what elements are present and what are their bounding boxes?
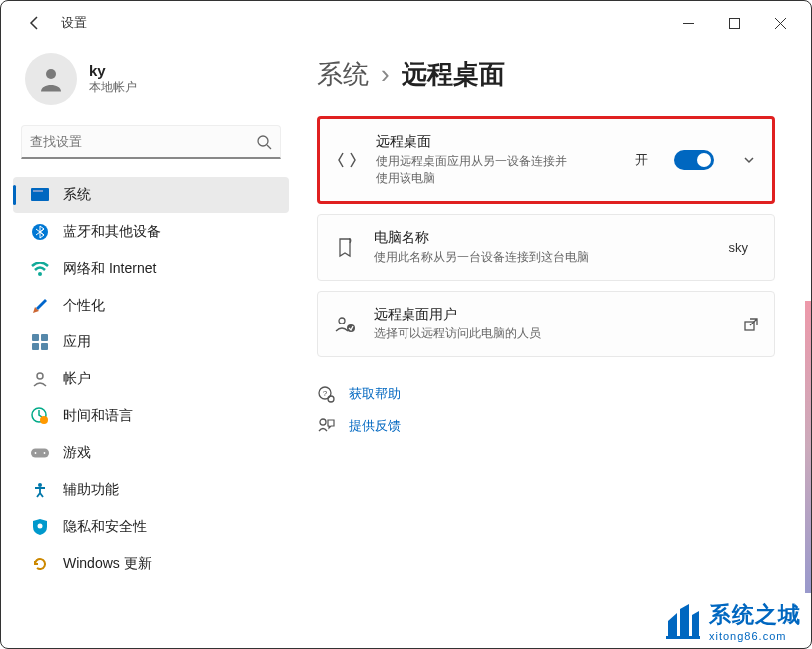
svg-point-6 <box>38 272 42 276</box>
close-button[interactable] <box>757 7 803 39</box>
feedback-link-label: 提供反馈 <box>349 417 401 435</box>
breadcrumb-separator: › <box>381 59 390 90</box>
help-icon: ? <box>317 385 335 403</box>
update-icon <box>31 555 49 573</box>
nav-time-language[interactable]: 时间和语言 <box>13 398 289 434</box>
expand-chevron-icon[interactable] <box>742 153 756 167</box>
maximize-button[interactable] <box>711 7 757 39</box>
svg-point-17 <box>38 483 42 487</box>
remote-desktop-toggle[interactable] <box>674 150 714 170</box>
app-title: 设置 <box>61 14 87 32</box>
users-icon <box>334 316 356 333</box>
svg-rect-0 <box>729 18 739 28</box>
page-title: 远程桌面 <box>402 57 505 92</box>
watermark-title: 系统之城 <box>709 600 801 630</box>
nav-privacy[interactable]: 隐私和安全性 <box>13 509 289 545</box>
nav-label: 系统 <box>63 186 91 204</box>
remote-desktop-icon <box>336 150 358 170</box>
svg-rect-14 <box>31 449 49 458</box>
svg-point-11 <box>37 373 43 379</box>
svg-point-18 <box>38 524 43 529</box>
search-input[interactable] <box>30 134 256 149</box>
nav-label: 个性化 <box>63 297 105 315</box>
apps-icon <box>31 333 49 351</box>
nav-label: 应用 <box>63 333 91 351</box>
search-box[interactable] <box>21 125 281 159</box>
remote-desktop-card[interactable]: 远程桌面 使用远程桌面应用从另一设备连接并使用该电脑 开 <box>317 116 775 204</box>
globe-time-icon <box>31 407 49 425</box>
user-name: ky <box>89 62 137 79</box>
svg-point-13 <box>40 416 48 424</box>
nav-system[interactable]: 系统 <box>13 177 289 213</box>
shield-icon <box>31 518 49 536</box>
svg-point-19 <box>339 318 345 324</box>
svg-rect-9 <box>32 343 39 350</box>
breadcrumb-root[interactable]: 系统 <box>317 57 369 92</box>
svg-rect-10 <box>41 343 48 350</box>
nav-accessibility[interactable]: 辅助功能 <box>13 472 289 508</box>
user-block[interactable]: ky 本地帐户 <box>9 45 293 125</box>
watermark: 系统之城 xitong86.com <box>663 600 801 642</box>
svg-rect-3 <box>31 188 49 201</box>
nav-label: 游戏 <box>63 444 91 462</box>
svg-point-16 <box>44 452 46 454</box>
system-icon <box>31 186 49 204</box>
person-icon <box>31 370 49 388</box>
card-title: 电脑名称 <box>374 229 711 247</box>
help-link-label: 获取帮助 <box>349 385 401 403</box>
nav-label: 时间和语言 <box>63 407 133 425</box>
gamepad-icon <box>31 444 49 462</box>
toggle-state-label: 开 <box>635 151 648 169</box>
content-area: 系统 › 远程桌面 远程桌面 使用远程桌面应用从另一设备连接并使用该电脑 开 电… <box>301 45 811 648</box>
card-desc: 使用远程桌面应用从另一设备连接并使用该电脑 <box>376 153 575 187</box>
wifi-icon <box>31 260 49 278</box>
nav-label: 隐私和安全性 <box>63 518 147 536</box>
svg-text:?: ? <box>323 389 328 398</box>
svg-point-15 <box>35 452 37 454</box>
svg-rect-4 <box>33 190 43 192</box>
nav-gaming[interactable]: 游戏 <box>13 435 289 471</box>
remote-users-card[interactable]: 远程桌面用户 选择可以远程访问此电脑的人员 <box>317 291 775 357</box>
avatar <box>25 53 77 105</box>
sidebar: ky 本地帐户 系统 蓝牙和其他设备 网络和 Internet <box>1 45 301 648</box>
nav-personalization[interactable]: 个性化 <box>13 288 289 324</box>
nav-label: 帐户 <box>63 370 91 388</box>
watermark-logo-icon <box>663 601 703 641</box>
nav-apps[interactable]: 应用 <box>13 324 289 360</box>
card-title: 远程桌面 <box>376 133 617 151</box>
card-desc: 选择可以远程访问此电脑的人员 <box>374 325 726 342</box>
minimize-button[interactable] <box>665 7 711 39</box>
nav-network[interactable]: 网络和 Internet <box>13 251 289 287</box>
feedback-link[interactable]: 提供反馈 <box>317 417 775 435</box>
search-icon <box>256 134 272 150</box>
svg-rect-8 <box>41 334 48 341</box>
nav-bluetooth[interactable]: 蓝牙和其他设备 <box>13 214 289 250</box>
bluetooth-icon <box>31 223 49 241</box>
watermark-sub: xitong86.com <box>709 630 801 642</box>
svg-point-25 <box>320 419 326 425</box>
svg-point-2 <box>258 136 268 146</box>
nav-label: 蓝牙和其他设备 <box>63 223 161 241</box>
svg-rect-7 <box>32 334 39 341</box>
accessibility-icon <box>31 481 49 499</box>
card-desc: 使用此名称从另一台设备连接到这台电脑 <box>374 249 711 266</box>
external-link-icon[interactable] <box>744 318 758 331</box>
pc-name-value: sky <box>729 240 749 255</box>
nav-label: 辅助功能 <box>63 481 119 499</box>
nav-label: 网络和 Internet <box>63 260 156 278</box>
nav-windows-update[interactable]: Windows 更新 <box>13 546 289 582</box>
nav-label: Windows 更新 <box>63 555 152 573</box>
nav-list: 系统 蓝牙和其他设备 网络和 Internet 个性化 应用 帐户 <box>9 177 293 582</box>
breadcrumb: 系统 › 远程桌面 <box>317 57 775 92</box>
pc-name-card: 电脑名称 使用此名称从另一台设备连接到这台电脑 sky <box>317 214 775 281</box>
get-help-link[interactable]: ? 获取帮助 <box>317 385 775 403</box>
decorative-strip <box>805 301 811 593</box>
nav-accounts[interactable]: 帐户 <box>13 361 289 397</box>
pc-name-icon <box>334 238 356 258</box>
user-subtitle: 本地帐户 <box>89 79 137 96</box>
card-title: 远程桌面用户 <box>374 306 726 324</box>
back-button[interactable] <box>25 13 45 33</box>
svg-point-23 <box>328 396 334 402</box>
brush-icon <box>31 297 49 315</box>
feedback-icon <box>317 417 335 435</box>
